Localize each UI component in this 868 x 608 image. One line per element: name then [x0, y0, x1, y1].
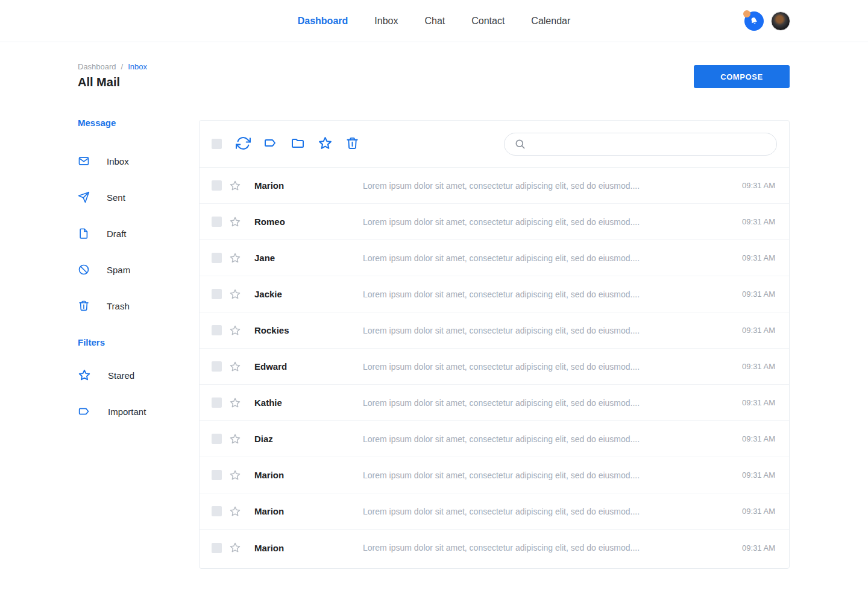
refresh-icon [236, 136, 251, 153]
top-navbar: Dashboard Inbox Chat Contact Calendar [0, 0, 868, 42]
mail-row[interactable]: Edward Lorem ipsum dolor sit amet, conse… [200, 349, 789, 385]
mail-row[interactable]: Romeo Lorem ipsum dolor sit amet, consec… [200, 204, 789, 240]
mail-row[interactable]: Marion Lorem ipsum dolor sit amet, conse… [200, 457, 789, 493]
mail-sender: Kathie [254, 397, 363, 408]
mail-row[interactable]: Diaz Lorem ipsum dolor sit amet, consect… [200, 421, 789, 457]
mail-sender: Romeo [254, 217, 363, 227]
star-icon [318, 136, 333, 153]
mail-preview: Lorem ipsum dolor sit amet, consectetur … [363, 181, 733, 191]
sidebar-item-spam[interactable]: Spam [78, 252, 186, 288]
row-star-button[interactable] [229, 252, 241, 264]
label-icon [263, 136, 278, 152]
row-star-button[interactable] [229, 325, 241, 337]
nav-item-chat[interactable]: Chat [424, 16, 445, 27]
breadcrumb-separator: / [121, 62, 124, 71]
row-star-button[interactable] [229, 469, 241, 481]
nav-item-dashboard[interactable]: Dashboard [298, 16, 348, 27]
toolbar-actions [236, 136, 359, 153]
breadcrumb-dashboard-link[interactable]: Dashboard [78, 62, 116, 71]
notification-badge-dot [743, 10, 750, 17]
row-star-button[interactable] [229, 288, 241, 300]
topnav-right-actions [744, 11, 790, 31]
mail-row[interactable]: Marion Lorem ipsum dolor sit amet, conse… [200, 530, 789, 566]
sidebar-heading-message: Message [78, 118, 186, 128]
star-button[interactable] [318, 136, 333, 153]
sidebar-item-inbox[interactable]: Inbox [78, 143, 186, 179]
sidebar-item-label: Sent [107, 192, 125, 203]
sidebar-item-label: Stared [108, 370, 134, 381]
mail-time: 09:31 AM [733, 362, 775, 371]
row-star-button[interactable] [229, 397, 241, 409]
sidebar-item-draft[interactable]: Draft [78, 215, 186, 252]
mail-row[interactable]: Marion Lorem ipsum dolor sit amet, conse… [200, 493, 789, 530]
mail-preview: Lorem ipsum dolor sit amet, consectetur … [363, 434, 733, 444]
nav-item-inbox[interactable]: Inbox [374, 16, 398, 27]
breadcrumb: Dashboard / Inbox [78, 62, 147, 71]
sidebar-item-stared[interactable]: Stared [78, 357, 186, 393]
select-all-checkbox[interactable] [212, 139, 222, 149]
mail-time: 09:31 AM [733, 326, 775, 335]
mail-toolbar [200, 121, 789, 168]
notifications-button[interactable] [744, 11, 764, 31]
row-checkbox[interactable] [212, 253, 222, 263]
label-icon [78, 405, 91, 418]
row-checkbox[interactable] [212, 434, 222, 444]
row-star-button[interactable] [229, 180, 241, 192]
row-checkbox[interactable] [212, 361, 222, 372]
mail-time: 09:31 AM [733, 217, 775, 226]
sidebar-item-sent[interactable]: Sent [78, 179, 186, 215]
trash-icon [78, 300, 90, 312]
search-input[interactable] [532, 139, 767, 149]
row-checkbox[interactable] [212, 506, 222, 516]
mail-row[interactable]: Marion Lorem ipsum dolor sit amet, conse… [200, 168, 789, 204]
mail-sender: Marion [254, 180, 363, 191]
mail-sender: Jane [254, 253, 363, 263]
mail-time: 09:31 AM [733, 290, 775, 299]
star-icon [78, 369, 91, 382]
trash-button[interactable] [345, 136, 359, 152]
mail-row[interactable]: Rockies Lorem ipsum dolor sit amet, cons… [200, 312, 789, 349]
row-star-button[interactable] [229, 361, 241, 373]
folder-button[interactable] [291, 136, 305, 152]
envelope-icon [78, 155, 90, 167]
sidebar-item-label: Important [108, 407, 146, 417]
mail-preview: Lorem ipsum dolor sit amet, consectetur … [363, 290, 733, 299]
mail-time: 09:31 AM [733, 398, 775, 407]
row-checkbox[interactable] [212, 397, 222, 408]
sidebar-item-trash[interactable]: Trash [78, 288, 186, 324]
block-icon [78, 264, 90, 276]
user-avatar[interactable] [771, 11, 790, 31]
row-checkbox[interactable] [212, 289, 222, 299]
mail-time: 09:31 AM [733, 507, 775, 516]
trash-icon [345, 136, 359, 152]
compose-button[interactable]: COMPOSE [694, 65, 790, 88]
breadcrumb-inbox-link[interactable]: Inbox [128, 62, 147, 71]
folder-icon [291, 136, 305, 152]
row-star-button[interactable] [229, 216, 241, 228]
sidebar-item-important[interactable]: Important [78, 393, 186, 429]
mail-sender: Diaz [254, 434, 363, 444]
row-checkbox[interactable] [212, 217, 222, 227]
row-star-button[interactable] [229, 505, 241, 518]
row-checkbox[interactable] [212, 543, 222, 553]
row-star-button[interactable] [229, 433, 241, 445]
row-star-button[interactable] [229, 542, 241, 554]
row-checkbox[interactable] [212, 470, 222, 480]
mail-row[interactable]: Jackie Lorem ipsum dolor sit amet, conse… [200, 276, 789, 312]
mail-time: 09:31 AM [733, 543, 775, 553]
mail-sender: Marion [254, 506, 363, 516]
mail-sender: Jackie [254, 289, 363, 299]
page-title: All Mail [78, 75, 120, 89]
mail-row[interactable]: Kathie Lorem ipsum dolor sit amet, conse… [200, 385, 789, 421]
refresh-button[interactable] [236, 136, 251, 153]
search-icon [514, 138, 526, 150]
label-button[interactable] [263, 136, 278, 152]
mail-time: 09:31 AM [733, 434, 775, 443]
nav-item-contact[interactable]: Contact [471, 16, 505, 27]
row-checkbox[interactable] [212, 325, 222, 335]
mail-panel: Marion Lorem ipsum dolor sit amet, conse… [199, 120, 790, 569]
mail-sender: Marion [254, 470, 363, 480]
nav-item-calendar[interactable]: Calendar [531, 16, 570, 27]
row-checkbox[interactable] [212, 180, 222, 191]
mail-row[interactable]: Jane Lorem ipsum dolor sit amet, consect… [200, 240, 789, 276]
